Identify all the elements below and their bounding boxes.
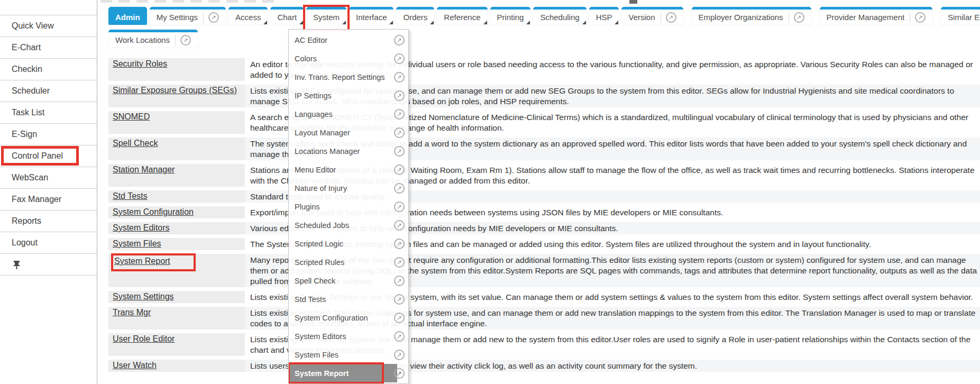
tab-reference[interactable]: Reference — [437, 7, 487, 25]
sidebar-item-quick-view[interactable]: Quick View — [0, 15, 97, 36]
table-row: Similar Exposure Groups (SEGs) Lists exi… — [108, 85, 980, 107]
menu-item-system-editors[interactable]: System Editors↗ — [289, 327, 408, 345]
external-link-icon[interactable]: ↗ — [394, 90, 405, 101]
menu-item-spell-check[interactable]: Spell Check↗ — [289, 271, 408, 290]
link-system-configuration[interactable]: System Configuration — [113, 207, 194, 216]
menu-item-languages[interactable]: Languages↗ — [289, 105, 408, 123]
sidebar-item-reports[interactable]: Reports — [0, 210, 97, 232]
external-link-icon[interactable]: ↗ — [394, 239, 405, 249]
menu-item-std-tests[interactable]: Std Tests↗ — [289, 290, 408, 308]
tab-interface[interactable]: Interface — [349, 7, 393, 25]
tab-access[interactable]: Access — [228, 7, 268, 25]
external-link-icon[interactable]: ↗ — [394, 220, 405, 231]
tab-chart[interactable]: Chart — [270, 7, 304, 25]
external-link-icon[interactable]: ↗ — [394, 127, 405, 138]
sidebar-item-e-chart[interactable]: E-Chart — [0, 36, 97, 58]
link-system-files[interactable]: System Files — [113, 239, 161, 248]
external-link-icon[interactable]: ↗ — [394, 183, 405, 194]
external-link-icon[interactable]: ↗ — [394, 350, 405, 360]
tab-label: Employer Organizations — [699, 13, 783, 22]
external-link-icon[interactable]: ↗ — [180, 35, 191, 45]
external-link-icon[interactable]: ↗ — [394, 202, 405, 212]
sidebar-pin-button[interactable] — [0, 253, 97, 275]
external-link-icon[interactable]: ↗ — [394, 164, 405, 175]
menu-item-locations-manager[interactable]: Locations Manager↗ — [289, 142, 408, 160]
menu-item-system-report[interactable]: System Report ↗ — [289, 364, 408, 382]
tab-divider — [203, 12, 204, 23]
external-link-icon[interactable]: ↗ — [394, 368, 405, 379]
tab-admin[interactable]: Admin — [108, 7, 147, 25]
tab-divider — [661, 12, 661, 23]
link-user-watch[interactable]: User Watch — [113, 361, 157, 370]
link-system-report[interactable]: System Report — [114, 257, 170, 266]
sidebar: Quick View E-Chart Checkin Scheduler Tas… — [0, 0, 97, 384]
link-trans-mgr[interactable]: Trans Mgr — [113, 308, 151, 317]
external-link-icon[interactable]: ↗ — [915, 12, 926, 23]
pushpin-icon — [13, 260, 21, 269]
tab-label: My Settings — [157, 13, 198, 22]
menu-item-layout-manager[interactable]: Layout Manager↗ — [289, 123, 408, 142]
external-link-icon[interactable]: ↗ — [394, 109, 405, 120]
sidebar-item-webscan[interactable]: WebScan — [0, 167, 97, 188]
table-row: Security Roles An editor to manage secur… — [108, 58, 980, 81]
tab-hsp[interactable]: HSP — [589, 7, 619, 25]
link-similar-exposure-groups[interactable]: Similar Exposure Groups (SEGs) — [113, 86, 237, 95]
external-link-icon[interactable]: ↗ — [794, 12, 804, 23]
menu-item-ac-editor[interactable]: AC Editor↗ — [289, 31, 408, 49]
tab-provider-management[interactable]: Provider Management ↗ — [820, 7, 933, 25]
tab-label: Work Locations — [115, 35, 170, 44]
link-system-settings[interactable]: System Settings — [113, 292, 174, 301]
external-link-icon[interactable]: ↗ — [666, 12, 676, 23]
external-link-icon[interactable]: ↗ — [394, 35, 405, 45]
sidebar-item-e-sign[interactable]: E-Sign — [0, 123, 97, 145]
tab-version[interactable]: Version ↗ — [621, 7, 683, 25]
sidebar-item-fax-manager[interactable]: Fax Manager — [0, 188, 97, 210]
external-link-icon[interactable]: ↗ — [394, 313, 405, 323]
external-link-icon[interactable]: ↗ — [394, 53, 405, 64]
tab-scheduling[interactable]: Scheduling — [533, 7, 586, 25]
tab-employer-organizations[interactable]: Employer Organizations ↗ — [692, 7, 811, 25]
link-std-tests[interactable]: Std Tests — [113, 191, 148, 200]
sidebar-item-task-list[interactable]: Task List — [0, 102, 97, 123]
menu-item-scripted-logic[interactable]: Scripted Logic↗ — [289, 234, 408, 253]
tab-printing[interactable]: Printing — [490, 7, 531, 25]
external-link-icon[interactable]: ↗ — [394, 72, 405, 83]
tab-work-locations[interactable]: Work Locations ↗ — [108, 30, 198, 48]
external-link-icon[interactable]: ↗ — [394, 331, 405, 342]
external-link-icon[interactable]: ↗ — [394, 146, 405, 157]
menu-item-ip-settings[interactable]: IP Settings↗ — [289, 86, 408, 105]
link-system-editors[interactable]: System Editors — [113, 223, 170, 232]
tab-orders[interactable]: Orders — [396, 7, 434, 25]
sidebar-menu: Quick View E-Chart Checkin Scheduler Tas… — [0, 15, 97, 276]
link-security-roles[interactable]: Security Roles — [113, 59, 167, 68]
table-row: System Editors Various editors for the s… — [108, 222, 980, 234]
menu-item-inv-trans-report-settings[interactable]: Inv. Trans. Report Settings↗ — [289, 68, 408, 86]
tab-label: Similar Exposure Groups (SEGs) — [948, 13, 980, 22]
link-station-manager[interactable]: Station Manager — [113, 165, 175, 174]
sidebar-item-control-panel[interactable]: Control Panel — [0, 145, 97, 167]
link-user-role-editor[interactable]: User Role Editor — [113, 334, 175, 343]
menu-item-colors[interactable]: Colors↗ — [289, 49, 408, 68]
menu-item-system-configuration[interactable]: System Configuration↗ — [289, 308, 408, 327]
menu-item-system-files[interactable]: System Files↗ — [289, 345, 408, 364]
menu-item-plugins[interactable]: Plugins↗ — [289, 197, 408, 216]
external-link-icon[interactable]: ↗ — [208, 12, 219, 23]
tab-divider — [175, 35, 176, 45]
control-panel-table: Security Roles An editor to manage secur… — [108, 58, 980, 376]
link-spell-check[interactable]: Spell Check — [113, 139, 158, 148]
menu-item-scripted-rules[interactable]: Scripted Rules↗ — [289, 253, 408, 271]
external-link-icon[interactable]: ↗ — [394, 257, 405, 268]
menu-item-scheduled-jobs[interactable]: Scheduled Jobs↗ — [289, 216, 408, 234]
link-snomed[interactable]: SNOMED — [113, 112, 150, 121]
tab-my-settings[interactable]: My Settings ↗ — [150, 7, 226, 25]
external-link-icon[interactable]: ↗ — [394, 294, 405, 305]
tab-similar-exposure-groups[interactable]: Similar Exposure Groups (SEGs) ↗ — [941, 7, 980, 25]
sidebar-item-logout[interactable]: Logout — [0, 232, 97, 253]
tab-system[interactable]: System — [306, 7, 346, 25]
menu-item-nature-of-injury[interactable]: Nature of Injury↗ — [289, 179, 408, 197]
tab-label: Version — [628, 13, 655, 22]
menu-item-menu-editor[interactable]: Menu Editor↗ — [289, 160, 408, 179]
sidebar-item-checkin[interactable]: Checkin — [0, 58, 97, 80]
external-link-icon[interactable]: ↗ — [394, 276, 405, 286]
sidebar-item-scheduler[interactable]: Scheduler — [0, 80, 97, 102]
